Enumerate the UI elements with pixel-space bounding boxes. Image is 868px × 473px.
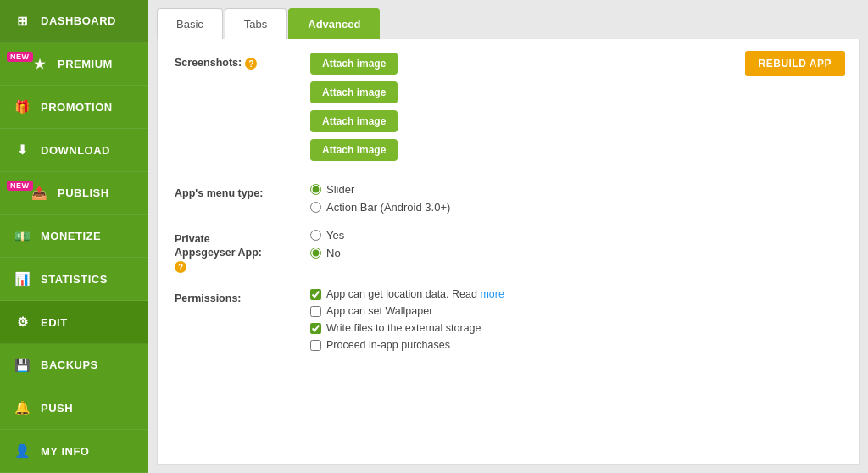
screenshots-row: Screenshots: ? Attach image Attach image… [175,53,842,168]
radio-slider-input[interactable] [310,184,321,195]
tab-advanced[interactable]: Advanced [288,8,380,39]
sidebar-item-label: Promotion [41,101,113,114]
sidebar-item-label: Push [41,402,73,415]
permission-wallpaper[interactable]: App can set Wallpaper [310,305,842,317]
permission-location-checkbox[interactable] [310,289,321,300]
attach-image-btn-1[interactable]: Attach image [310,53,398,75]
statistics-icon: 📊 [14,271,32,287]
download-icon: ⬇ [14,142,32,158]
sidebar-item-label: Publish [58,186,109,199]
sidebar-item-label: Monetize [41,230,101,242]
radio-slider[interactable]: Slider [310,183,842,196]
tab-bar: Basic Tabs Advanced [148,0,868,39]
radio-private-yes-input[interactable] [310,230,321,241]
sidebar-item-promotion[interactable]: 🎁 Promotion [0,86,148,129]
menu-type-row: App's menu type: Slider Action Bar (Andr… [175,183,842,214]
radio-private-no[interactable]: No [310,247,842,259]
dashboard-icon: ⊞ [14,14,32,29]
main-area: Basic Tabs Advanced REBUILD APP Screensh… [148,0,868,473]
sidebar-item-monetize[interactable]: 💵 Monetize [0,215,148,259]
rebuild-app-button[interactable]: REBUILD APP [745,51,845,76]
private-app-label: Private Appsgeyser App: ? [175,229,310,273]
sidebar-item-label: Premium [58,58,113,70]
permission-external-checkbox[interactable] [310,323,321,334]
promotion-icon: 🎁 [14,99,32,114]
tab-tabs[interactable]: Tabs [225,8,287,39]
permission-inapp-checkbox[interactable] [310,340,321,351]
sidebar-item-push[interactable]: 🔔 Push [0,387,148,431]
radio-action-bar-input[interactable] [310,202,321,213]
backups-icon: 💾 [14,358,32,373]
menu-type-radio-group: Slider Action Bar (Android 3.0+) [310,183,842,214]
private-app-control: Yes No [310,229,842,259]
private-radio-group: Yes No [310,229,842,259]
premium-icon: ★ [31,57,49,72]
sidebar-item-statistics[interactable]: 📊 Statistics [0,258,148,301]
radio-action-bar[interactable]: Action Bar (Android 3.0+) [310,201,842,214]
permission-location[interactable]: App can get location data. Read more [310,288,842,300]
radio-private-no-input[interactable] [310,248,321,259]
menu-type-control: Slider Action Bar (Android 3.0+) [310,183,842,214]
tab-basic[interactable]: Basic [157,8,223,39]
edit-icon: ⚙ [14,314,32,330]
monetize-icon: 💵 [14,229,32,244]
sidebar-item-label: Backups [41,359,98,371]
sidebar-item-label: Dashboard [41,14,116,27]
sidebar: ⊞ Dashboard NEW ★ Premium 🎁 Promotion ⬇ … [0,0,148,473]
menu-type-label: App's menu type: [175,183,310,199]
sidebar-item-myinfo[interactable]: 👤 My Info [0,430,148,473]
screenshots-label: Screenshots: ? [175,53,310,70]
myinfo-icon: 👤 [14,443,32,459]
content-panel: REBUILD APP Screenshots: ? Attach image … [157,39,860,465]
sidebar-item-label: Download [41,144,110,157]
private-app-row: Private Appsgeyser App: ? Yes No [175,229,842,273]
private-label-line2: Appsgeyser App: [175,247,262,259]
sidebar-item-edit[interactable]: ⚙ Edit [0,301,148,344]
permission-wallpaper-checkbox[interactable] [310,306,321,317]
permissions-row: Permissions: App can get location data. … [175,288,842,351]
push-icon: 🔔 [14,400,32,415]
new-badge: NEW [7,181,33,191]
publish-icon: 📤 [31,186,49,201]
radio-private-yes[interactable]: Yes [310,229,842,242]
permissions-checkbox-group: App can get location data. Read more App… [310,288,842,351]
permissions-label: Permissions: [175,288,310,304]
location-more-link[interactable]: more [480,288,504,300]
private-label-line1: Private [175,233,210,245]
sidebar-item-dashboard[interactable]: ⊞ Dashboard [0,0,148,43]
sidebar-item-premium[interactable]: NEW ★ Premium [0,43,148,86]
screenshots-help-icon[interactable]: ? [245,58,257,70]
permission-inapp[interactable]: Proceed in-app purchases [310,339,842,351]
sidebar-item-backups[interactable]: 💾 Backups [0,344,148,387]
attach-image-btn-3[interactable]: Attach image [310,110,398,132]
permissions-control: App can get location data. Read more App… [310,288,842,351]
sidebar-item-download[interactable]: ⬇ Download [0,129,148,172]
private-help-icon[interactable]: ? [175,261,186,273]
sidebar-item-label: My Info [41,445,89,458]
attach-image-btn-2[interactable]: Attach image [310,81,398,103]
permission-external[interactable]: Write files to the external storage [310,322,842,334]
attach-image-btn-4[interactable]: Attach image [310,139,398,161]
sidebar-item-label: Edit [41,316,68,329]
new-badge: NEW [7,52,33,62]
sidebar-item-label: Statistics [41,273,108,286]
sidebar-item-publish[interactable]: NEW 📤 Publish [0,172,148,215]
